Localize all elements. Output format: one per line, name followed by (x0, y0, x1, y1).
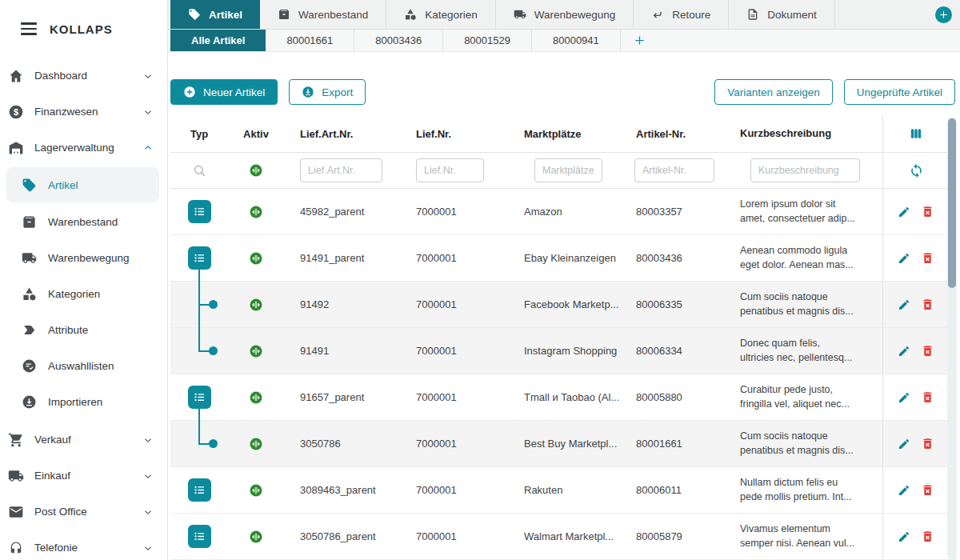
sidebar-item-lagerverwaltung[interactable]: Lagerverwaltung (0, 130, 167, 166)
add-tab-button[interactable] (935, 6, 952, 23)
tab-retoure[interactable]: Retoure (633, 0, 728, 29)
cell-marktplatz: Tmall и Taobao (Al... (508, 374, 620, 420)
delete-icon[interactable] (921, 437, 934, 450)
filter-lief-art-nr-input[interactable] (300, 158, 382, 182)
filter-lief-nr-input[interactable] (416, 158, 484, 182)
column-header-lief-nr[interactable]: Lief.Nr. (400, 115, 508, 152)
edit-icon[interactable] (898, 345, 910, 358)
column-header-marktplaetze[interactable]: Marktplätze (508, 115, 620, 152)
refresh-icon[interactable] (909, 163, 924, 178)
table-scrollbar[interactable] (947, 117, 957, 560)
sidebar-item-einkauf[interactable]: Einkauf (0, 458, 167, 494)
primary-tab-bar-end (834, 0, 960, 29)
cell-marktplatz: Walmart Marketpl... (508, 514, 620, 559)
sidebar-item-dashboard[interactable]: Dashboard (0, 58, 167, 94)
sidebar-item-warenbestand[interactable]: Warenbestand (0, 204, 167, 240)
sidebar-item-label: Attribute (48, 324, 88, 336)
tab-article-80000941[interactable]: 80000941 (531, 30, 620, 51)
hamburger-menu-icon[interactable] (21, 22, 37, 35)
column-header-artikel-nr[interactable]: Artikel-Nr. (620, 115, 724, 152)
tab-article-80001529[interactable]: 80001529 (442, 30, 531, 51)
content-area: Neuer Artikel Export Varianten anzeigen … (168, 52, 960, 560)
child-node-dot (209, 439, 218, 448)
sidebar-item-post-office[interactable]: Post Office (0, 494, 167, 530)
sidebar-item-auswahllisten[interactable]: Auswahllisten (0, 348, 167, 384)
search-icon[interactable] (192, 163, 207, 178)
edit-icon[interactable] (898, 206, 910, 218)
scrollbar-thumb[interactable] (948, 118, 956, 288)
document-icon (746, 8, 759, 21)
tab-dokument[interactable]: Dokument (728, 0, 834, 29)
variant-list-icon[interactable] (188, 200, 211, 223)
edit-icon[interactable] (898, 438, 910, 450)
sidebar-item-artikel[interactable]: Artikel (6, 167, 159, 202)
column-header-typ[interactable]: Typ (170, 115, 228, 152)
active-filter-toggle-icon[interactable] (249, 163, 263, 178)
sidebar-item-verkauf[interactable]: Verkauf (0, 422, 167, 458)
delete-icon[interactable] (921, 344, 934, 358)
cell-lief-nr: 7000001 (400, 467, 508, 513)
variant-list-icon[interactable] (188, 246, 211, 270)
table-row[interactable]: 91491_parent 7000001 Ebay Kleinanzeigen … (170, 235, 957, 282)
table-row[interactable]: 91492 7000001 Facebook Marketp... 800063… (170, 282, 957, 328)
delete-icon[interactable] (921, 530, 934, 543)
add-article-tab-button[interactable] (620, 30, 658, 51)
export-button[interactable]: Export (289, 79, 366, 105)
delete-icon[interactable] (921, 205, 934, 218)
attribute-label-icon (22, 322, 37, 338)
variant-list-icon[interactable] (188, 525, 211, 548)
table-row[interactable]: 45982_parent 7000001 Amazon 80003357 Lor… (170, 189, 957, 235)
edit-icon[interactable] (898, 298, 910, 311)
sidebar-item-attribute[interactable]: Attribute (0, 312, 167, 348)
cell-marktplatz: Amazon (508, 189, 620, 234)
filter-marktplaetze-input[interactable] (534, 158, 602, 182)
column-header-lief-art-nr[interactable]: Lief.Art.Nr. (284, 115, 400, 152)
tab-article-80001661[interactable]: 80001661 (266, 30, 354, 51)
sidebar-item-label: Dashboard (34, 70, 87, 82)
tab-kategorien[interactable]: Kategorien (386, 0, 494, 29)
unchecked-articles-button[interactable]: Ungeprüfte Artikel (844, 79, 955, 105)
tab-warenbestand[interactable]: Warenbestand (260, 0, 386, 29)
variant-list-icon[interactable] (188, 478, 211, 502)
column-header-kurzbeschreibung[interactable]: Kurzbeschreibung (724, 115, 882, 152)
table-row[interactable]: 91491 7000001 Instagram Shopping 8000633… (170, 328, 957, 374)
tab-article-80003436[interactable]: 80003436 (354, 30, 442, 51)
truck-icon (514, 8, 526, 21)
show-variants-button[interactable]: Varianten anzeigen (714, 79, 832, 105)
child-node-dot (209, 300, 218, 309)
new-article-button[interactable]: Neuer Artikel (170, 79, 278, 105)
sidebar-item-warenbewegung[interactable]: Warenbewegung (0, 240, 167, 276)
delete-icon[interactable] (921, 483, 934, 497)
variant-list-icon[interactable] (188, 386, 211, 409)
edit-icon[interactable] (898, 484, 910, 497)
tab-alle-artikel[interactable]: Alle Artikel (170, 30, 266, 51)
tab-artikel[interactable]: Artikel (170, 0, 260, 29)
sidebar-item-finanzwesen[interactable]: Finanzwesen (0, 94, 167, 130)
delete-icon[interactable] (921, 390, 934, 404)
column-header-aktiv[interactable]: Aktiv (228, 115, 284, 152)
table-row[interactable]: 3050786_parent 7000001 Walmart Marketpl.… (170, 514, 957, 560)
cell-lief-nr: 7000001 (400, 328, 508, 374)
sidebar-item-importieren[interactable]: Importieren (0, 384, 167, 420)
delete-icon[interactable] (921, 251, 934, 265)
cell-artikel-nr: 80005879 (620, 514, 724, 559)
delete-icon[interactable] (921, 298, 934, 311)
secondary-tab-bar: Alle Artikel 80001661 80003436 80001529 … (168, 30, 960, 52)
column-settings-icon[interactable] (908, 126, 924, 142)
table-row[interactable]: 3050786 7000001 Best Buy Marketpl... 800… (170, 421, 957, 467)
sidebar-item-label: Lagerverwaltung (34, 142, 114, 154)
edit-icon[interactable] (898, 252, 910, 265)
filter-kurzbeschreibung-input[interactable] (750, 158, 860, 182)
cell-lief-nr: 7000001 (400, 189, 508, 234)
table-row[interactable]: 91657_parent 7000001 Tmall и Taobao (Al.… (170, 374, 957, 421)
edit-icon[interactable] (898, 530, 910, 543)
main-area: Artikel Warenbestand Kategorien Warenbew… (168, 0, 960, 560)
table-row[interactable]: 3089463_parent 7000001 Rakuten 80006011 … (170, 467, 957, 514)
import-circle-icon (22, 394, 37, 410)
filter-artikel-nr-input[interactable] (634, 158, 714, 182)
sidebar-item-kategorien[interactable]: Kategorien (0, 276, 167, 312)
tab-warenbewegung[interactable]: Warenbewegung (495, 0, 634, 29)
sidebar-item-telefonie[interactable]: Telefonie (0, 530, 167, 560)
chevron-down-icon (142, 70, 154, 82)
edit-icon[interactable] (898, 391, 910, 404)
